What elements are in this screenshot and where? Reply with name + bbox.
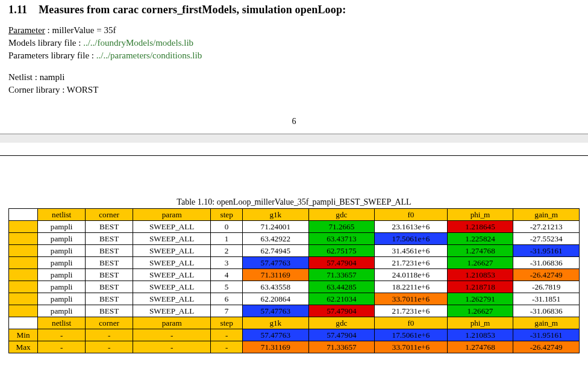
th-netlist: netlist [38, 209, 86, 221]
cell-gdc: 71.2665 [308, 221, 375, 233]
cell-f0: 17.5061e+6 [375, 233, 448, 245]
max-corner: - [86, 341, 133, 353]
min-netlist: - [38, 329, 86, 341]
cell-f0: 18.2211e+6 [375, 281, 448, 293]
table-row: pampliBESTSWEEPALL071.2400171.266523.161… [9, 221, 580, 233]
cell-step: 2 [211, 245, 243, 257]
cell-f0: 31.4561e+6 [375, 245, 448, 257]
cell-f0: 21.7231e+6 [375, 305, 448, 317]
max-g1k: 71.31169 [242, 341, 308, 353]
underscore-sep [251, 197, 254, 206]
min-corner: - [86, 329, 133, 341]
cell-step: 3 [211, 257, 243, 269]
underscore-sep [308, 197, 312, 206]
table-header-row-2: netlist corner param step g1k gdc f0 phi… [9, 317, 580, 329]
cell-gdc: 57.47904 [308, 305, 375, 317]
table-row: pampliBESTSWEEPALL757.4776357.4790421.72… [9, 305, 580, 317]
cell-step: 0 [211, 221, 243, 233]
max-netlist: - [38, 341, 86, 353]
results-table: netlist corner param step g1k gdc f0 phi… [8, 208, 580, 353]
cell-gdc: 71.33657 [308, 269, 375, 281]
cell-param: SWEEPALL [133, 221, 211, 233]
max-gdc: 71.33657 [308, 341, 375, 353]
cell-netlist: pampli [38, 245, 86, 257]
rowlabel-cell [9, 281, 38, 293]
page-divider [0, 155, 588, 156]
cell-netlist: pampli [38, 257, 86, 269]
cell-step: 7 [211, 305, 243, 317]
min-g1k: 57.47763 [242, 329, 308, 341]
th-f0: f0 [375, 209, 448, 221]
caption-p1: 35f [298, 197, 309, 206]
cell-phi: 1.26627 [447, 257, 513, 269]
cell-f0: 21.7231e+6 [375, 257, 448, 269]
cell-corner: BEST [86, 281, 133, 293]
th-g1k: g1k [242, 209, 308, 221]
cell-netlist: pampli [38, 233, 86, 245]
min-step: - [211, 329, 243, 341]
rowlabel-cell [9, 269, 38, 281]
header-blank [9, 209, 38, 221]
cell-corner: BEST [86, 233, 133, 245]
cell-gain: -26.7819 [513, 281, 580, 293]
cornerlib-value: WORST [67, 85, 99, 95]
th-param: param [133, 209, 211, 221]
cell-netlist: pampli [38, 221, 86, 233]
cell-gain: -27.21213 [513, 221, 580, 233]
cell-g1k: 71.31169 [242, 269, 308, 281]
section-number: 1.11 [8, 4, 27, 16]
cell-gain: -27.55234 [513, 233, 580, 245]
cell-param: SWEEPALL [133, 269, 211, 281]
cell-f0: 24.0118e+6 [375, 269, 448, 281]
section-title-a: Measures from carac corners [39, 4, 177, 16]
th2-param: param [133, 317, 211, 329]
cell-netlist: pampli [38, 269, 86, 281]
cell-corner: BEST [86, 221, 133, 233]
table-row: pampliBESTSWEEPALL662.2086462.2103433.70… [9, 293, 580, 305]
cell-gdc: 62.75175 [308, 245, 375, 257]
max-f0: 33.7011e+6 [375, 341, 448, 353]
caption-p0: millerValue [254, 197, 293, 206]
table-row: pampliBESTSWEEPALL357.4776357.4790421.72… [9, 257, 580, 269]
table-caption: Table 1.10: openLoopmillerValue35fpampli… [8, 197, 580, 207]
cell-step: 1 [211, 233, 243, 245]
page-gap [0, 134, 588, 143]
min-f0: 17.5061e+6 [375, 329, 448, 341]
intro-block: Parameter : millerValue = 35f Models lib… [8, 25, 574, 96]
th2-corner: corner [86, 317, 133, 329]
cell-gain: -31.06836 [513, 305, 580, 317]
th2-f0: f0 [375, 317, 448, 329]
th2-netlist: netlist [38, 317, 86, 329]
cell-corner: BEST [86, 269, 133, 281]
cell-phi: 1.218718 [447, 281, 513, 293]
params-label: Parameters library file : [8, 51, 94, 60]
caption-p3: BEST [339, 197, 360, 206]
cell-param: SWEEPALL [133, 293, 211, 305]
caption-p4: SWEEP [364, 197, 392, 206]
cell-phi: 1.274768 [447, 245, 513, 257]
th2-phi: phim [447, 317, 513, 329]
header-blank-2 [9, 317, 38, 329]
cell-step: 6 [211, 293, 243, 305]
cell-gdc: 62.21034 [308, 293, 375, 305]
cornerlib-label: Corner library : [8, 85, 64, 95]
max-label: Max [9, 341, 38, 353]
th-gain: gainm [513, 209, 580, 221]
cell-netlist: pampli [38, 281, 86, 293]
cell-corner: BEST [86, 257, 133, 269]
th-gdc: gdc [308, 209, 375, 221]
cell-param: SWEEPALL [133, 245, 211, 257]
cell-g1k: 63.43558 [242, 281, 308, 293]
table-row: pampliBESTSWEEPALL262.7494562.7517531.45… [9, 245, 580, 257]
parameter-value: millerValue = 35f [52, 25, 116, 35]
models-path: ../../foundryModels/models.lib [83, 38, 193, 48]
underscore-sep [391, 197, 395, 206]
models-label: Models library file : [8, 38, 81, 48]
summary-max-row: Max - - - - 71.31169 71.33657 33.7011e+6… [9, 341, 580, 353]
table-header-row: netlist corner param step g1k gdc f0 phi… [9, 209, 580, 221]
min-phi: 1.210853 [447, 329, 513, 341]
cell-param: SWEEPALL [133, 281, 211, 293]
caption-p2: pampli [312, 197, 336, 206]
rowlabel-cell [9, 305, 38, 317]
cell-corner: BEST [86, 305, 133, 317]
